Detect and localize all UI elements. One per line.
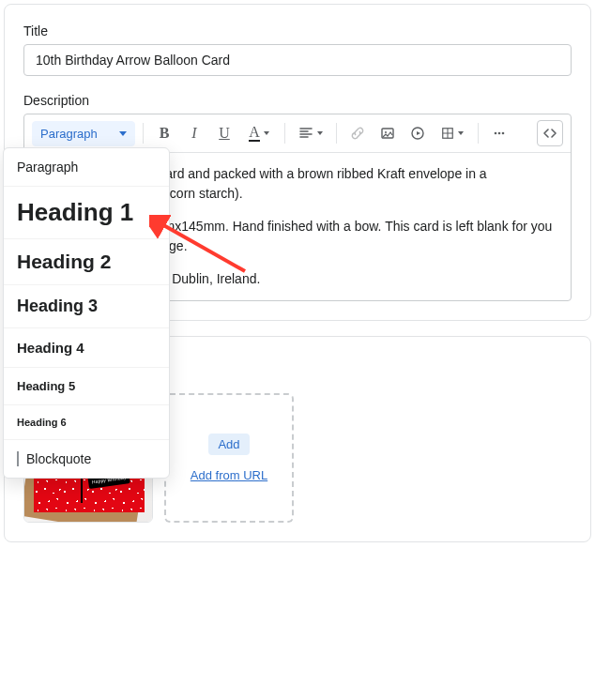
table-button[interactable] bbox=[435, 120, 470, 146]
bold-button[interactable]: B bbox=[151, 120, 177, 146]
dropdown-item-blockquote[interactable]: Blockquote bbox=[4, 440, 169, 478]
toolbar-divider bbox=[284, 123, 285, 144]
align-button[interactable] bbox=[293, 120, 328, 146]
paragraph-style-dropdown: Paragraph Heading 1 Heading 2 Heading 3 … bbox=[3, 147, 170, 479]
dropdown-item-heading6[interactable]: Heading 6 bbox=[4, 405, 169, 440]
align-left-icon bbox=[298, 126, 313, 141]
add-media-button[interactable]: Add bbox=[208, 434, 249, 455]
html-view-button[interactable] bbox=[537, 120, 563, 146]
title-label: Title bbox=[23, 23, 572, 38]
table-icon bbox=[441, 127, 454, 140]
dropdown-item-paragraph[interactable]: Paragraph bbox=[4, 148, 169, 187]
dropdown-item-heading1[interactable]: Heading 1 bbox=[4, 187, 169, 239]
toolbar-divider bbox=[143, 123, 144, 144]
code-icon bbox=[542, 126, 557, 141]
chevron-down-icon bbox=[264, 131, 269, 135]
media-dropzone[interactable]: Add Add from URL bbox=[164, 393, 294, 523]
image-icon bbox=[380, 126, 395, 141]
text-color-button[interactable]: A bbox=[241, 120, 277, 146]
svg-point-4 bbox=[495, 132, 497, 135]
paragraph-style-selected: Paragraph bbox=[40, 127, 98, 141]
chevron-down-icon bbox=[458, 131, 464, 135]
dropdown-item-heading3[interactable]: Heading 3 bbox=[4, 285, 169, 328]
image-button[interactable] bbox=[374, 120, 401, 146]
toolbar-divider bbox=[336, 123, 337, 144]
chevron-down-icon bbox=[119, 131, 127, 136]
balloon-string-graphic bbox=[81, 477, 83, 503]
dropdown-item-heading2[interactable]: Heading 2 bbox=[4, 239, 169, 285]
product-card: Title Description Paragraph B I U A bbox=[4, 4, 591, 321]
svg-point-1 bbox=[385, 131, 387, 133]
title-input[interactable] bbox=[23, 44, 572, 76]
dropdown-item-heading5[interactable]: Heading 5 bbox=[4, 368, 169, 405]
video-button[interactable] bbox=[404, 120, 431, 146]
svg-point-6 bbox=[502, 132, 505, 135]
description-label: Description bbox=[23, 93, 572, 108]
ellipsis-icon bbox=[492, 126, 507, 141]
paragraph-style-select[interactable]: Paragraph bbox=[32, 121, 135, 146]
dropdown-item-heading4[interactable]: Heading 4 bbox=[4, 328, 169, 368]
link-button[interactable] bbox=[344, 120, 371, 146]
italic-button[interactable]: I bbox=[181, 120, 207, 146]
play-icon bbox=[410, 126, 425, 141]
more-button[interactable] bbox=[486, 120, 512, 146]
chevron-down-icon bbox=[317, 131, 323, 135]
underline-button[interactable]: U bbox=[211, 120, 237, 146]
toolbar-divider bbox=[478, 123, 479, 144]
add-from-url-link[interactable]: Add from URL bbox=[191, 468, 267, 482]
link-icon bbox=[350, 126, 365, 141]
svg-point-5 bbox=[498, 132, 501, 135]
